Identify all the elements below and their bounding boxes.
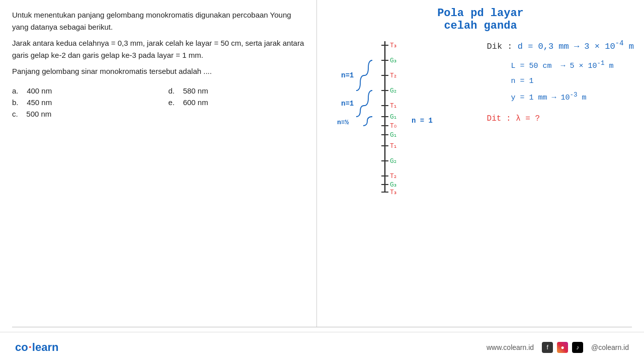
answer-e: e. 600 nm xyxy=(169,97,305,108)
svg-text:G₁: G₁ xyxy=(390,113,396,121)
instagram-icon: ● xyxy=(557,342,568,353)
svg-text:T₁: T₁ xyxy=(390,102,396,110)
logo-dot: · xyxy=(29,341,32,353)
svg-text:G₃: G₃ xyxy=(390,57,396,64)
problem-data: Jarak antara kedua celahnya = 0,3 mm, ja… xyxy=(12,37,304,61)
left-panel: Untuk menentukan panjang gelombang monok… xyxy=(0,0,317,327)
dik-section: Dik : d = 0,3 mm → 3 × 10-4 m L = 50 cm … xyxy=(487,36,634,127)
diagram-svg-container: T₃ G₃ T₂ G₂ T₁ G₁ xyxy=(327,36,443,199)
social-icons: f ● ♪ xyxy=(542,342,583,353)
footer: co·learn www.colearn.id f ● ♪ @colearn.i… xyxy=(0,332,644,362)
answer-c: c. 500 nm xyxy=(12,109,148,119)
dik-n: n = 1 xyxy=(511,74,634,89)
celah-diagram: T₃ G₃ T₂ G₂ T₁ G₁ xyxy=(327,36,443,197)
svg-text:T₃: T₃ xyxy=(390,42,396,49)
svg-text:T₂: T₂ xyxy=(390,172,396,180)
colearn-logo: co·learn xyxy=(15,341,58,354)
tiktok-icon: ♪ xyxy=(572,342,583,353)
website-url: www.colearn.id xyxy=(487,343,534,351)
answer-b: b. 450 nm xyxy=(12,97,148,108)
svg-text:T₁: T₁ xyxy=(390,142,396,150)
svg-text:T₂: T₂ xyxy=(390,72,396,79)
svg-text:n = 1: n = 1 xyxy=(412,117,433,125)
footer-right: www.colearn.id f ● ♪ @colearn.id xyxy=(487,342,629,353)
facebook-icon: f xyxy=(542,342,553,353)
svg-text:T₃: T₃ xyxy=(390,189,396,196)
svg-text:G₃: G₃ xyxy=(390,181,396,189)
answer-d: d. 580 nm xyxy=(169,85,305,96)
svg-text:G₂: G₂ xyxy=(390,87,396,95)
answers-grid: a. 400 nm d. 580 nm b. 450 nm e. 600 nm … xyxy=(12,85,304,119)
dik-y: y = 1 mm → 10-3 m xyxy=(511,89,634,106)
svg-text:G₁: G₁ xyxy=(390,131,396,139)
svg-text:G₂: G₂ xyxy=(390,157,396,165)
dik-title: Dik : d = 0,3 mm → 3 × 10-4 m xyxy=(487,36,634,55)
svg-text:n=½: n=½ xyxy=(337,119,349,126)
problem-intro: Untuk menentukan panjang gelombang monok… xyxy=(12,9,304,33)
social-handle: @colearn.id xyxy=(591,343,629,351)
pola-title: Pola pd layarcelah ganda xyxy=(327,7,634,32)
right-panel: Pola pd layarcelah ganda T₃ G₃ T₂ xyxy=(317,0,644,327)
section-divider xyxy=(12,327,632,327)
svg-text:n=1: n=1 xyxy=(341,71,354,79)
dik-L: L = 50 cm → 5 × 10-1 m xyxy=(511,57,634,74)
answer-a: a. 400 nm xyxy=(12,85,148,96)
problem-question: Panjang gelombang sinar monokromatis ter… xyxy=(12,65,304,77)
dik-dit: Dit : λ = ? xyxy=(487,111,634,127)
svg-text:n=1: n=1 xyxy=(341,100,354,108)
diagram-area: T₃ G₃ T₂ G₂ T₁ G₁ xyxy=(327,36,634,199)
svg-text:T₀: T₀ xyxy=(390,122,396,130)
